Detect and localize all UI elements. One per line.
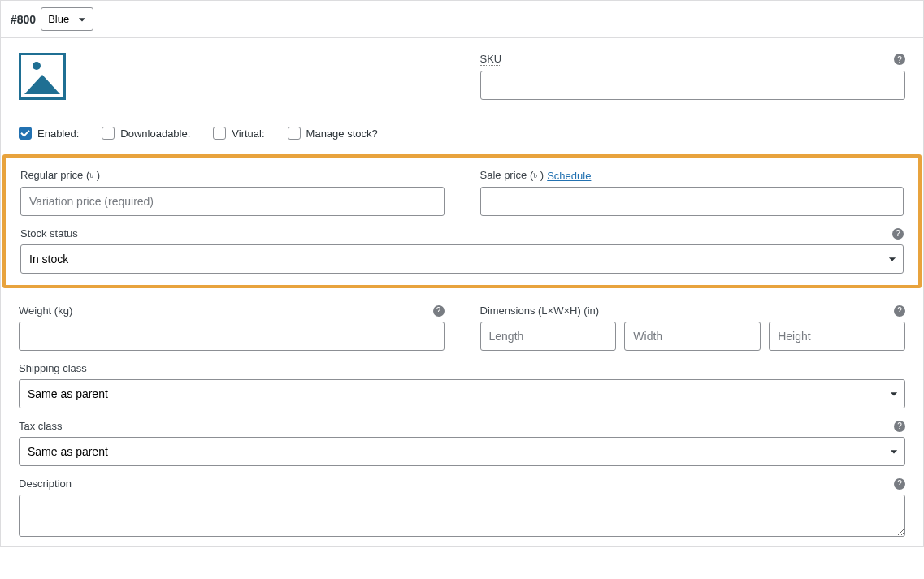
sale-price-label: Sale price (৳ ) [480, 169, 544, 182]
checkbox-row: Enabled: Downloadable: Virtual: Manage s… [1, 115, 923, 149]
manage-stock-label: Manage stock? [306, 127, 378, 140]
manage-stock-checkbox[interactable] [288, 127, 301, 140]
description-textarea[interactable] [19, 495, 905, 537]
virtual-label: Virtual: [232, 127, 264, 140]
help-icon[interactable]: ? [892, 228, 904, 240]
variation-image-placeholder[interactable] [19, 53, 66, 100]
help-icon[interactable]: ? [433, 305, 445, 317]
sale-price-input[interactable] [480, 187, 904, 216]
enabled-label: Enabled: [37, 127, 79, 140]
help-icon[interactable]: ? [894, 305, 905, 317]
enabled-checkbox[interactable] [19, 127, 32, 140]
shipping-class-label: Shipping class [19, 362, 87, 374]
regular-price-input[interactable] [20, 187, 445, 216]
schedule-link[interactable]: Schedule [547, 170, 591, 182]
image-icon [24, 75, 60, 94]
sku-input[interactable] [480, 71, 906, 100]
tax-class-select[interactable]: Same as parent [19, 437, 905, 466]
tax-class-label: Tax class [19, 420, 62, 432]
help-icon[interactable]: ? [894, 54, 905, 65]
description-label: Description [19, 477, 72, 490]
downloadable-checkbox[interactable] [102, 127, 115, 140]
downloadable-label: Downloadable: [120, 127, 190, 140]
pricing-highlight-box: Regular price (৳ ) Sale price (৳ ) Sched… [2, 154, 922, 288]
image-icon [33, 62, 41, 70]
length-input[interactable] [480, 322, 617, 351]
width-input[interactable] [624, 322, 761, 351]
stock-status-select[interactable]: In stock [20, 244, 904, 274]
help-icon[interactable]: ? [894, 421, 905, 432]
variation-header: #800 Blue [1, 1, 923, 38]
variation-attribute-select[interactable]: Blue [41, 7, 93, 31]
height-input[interactable] [769, 322, 905, 351]
regular-price-label: Regular price (৳ ) [20, 169, 100, 182]
shipping-class-select[interactable]: Same as parent [19, 379, 905, 408]
sku-label: SKU [480, 53, 502, 66]
stock-status-label: Stock status [20, 227, 78, 240]
virtual-checkbox[interactable] [213, 127, 226, 140]
weight-label: Weight (kg) [19, 305, 72, 317]
variation-id: #800 [11, 13, 36, 26]
help-icon[interactable]: ? [894, 478, 905, 490]
weight-input[interactable] [19, 322, 445, 351]
dimensions-label: Dimensions (L×W×H) (in) [480, 305, 600, 317]
